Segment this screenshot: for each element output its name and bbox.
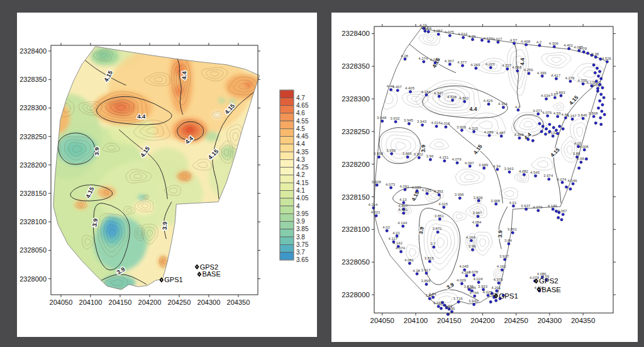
data-point	[495, 299, 497, 302]
data-point-label: 4.269	[470, 63, 480, 67]
data-point	[572, 183, 574, 185]
colorbar-label: 4.35	[296, 149, 309, 156]
data-point	[437, 33, 440, 35]
data-point-label: 4.405	[405, 86, 415, 90]
data-point	[423, 60, 425, 63]
colorbar-label: 4.1	[296, 187, 305, 194]
x-axis-tick-label: 204150	[437, 317, 461, 324]
data-point	[386, 229, 388, 232]
data-point-label: 4.289	[484, 130, 494, 134]
data-point	[469, 165, 471, 168]
contour-label: 4.4	[180, 71, 187, 79]
data-point	[541, 75, 543, 77]
data-point-label: 3.851	[435, 214, 445, 218]
colorbar-label: 4	[296, 203, 300, 210]
x-axis-tick-label: 204150	[109, 299, 132, 306]
data-point	[390, 186, 392, 189]
data-point-label: 3.943	[504, 167, 514, 171]
data-point-label: 4.628	[447, 95, 457, 99]
colorbar-cell	[280, 121, 294, 128]
data-point	[583, 149, 586, 151]
data-point-label: 3.895	[421, 279, 431, 283]
data-point-label: 4.073	[386, 183, 396, 186]
colorbar-label: 4.5	[296, 125, 305, 132]
data-point	[416, 273, 418, 275]
y-axis-tick-label: 2328300	[19, 104, 47, 111]
data-point	[599, 100, 601, 102]
contour-label: 4.4	[470, 106, 477, 112]
data-point	[445, 126, 447, 128]
data-point	[592, 115, 595, 118]
data-point	[408, 262, 411, 265]
data-point-label: 3.868	[589, 111, 599, 115]
data-point	[548, 123, 551, 125]
data-point	[457, 300, 460, 303]
data-point-label: 4.215	[469, 127, 479, 130]
colorbar-label: 3.7	[296, 249, 305, 256]
data-point-label: 3.942	[469, 299, 479, 303]
data-point	[475, 67, 477, 69]
data-point-label: 3.917	[421, 268, 431, 272]
colorbar-cell	[280, 90, 294, 98]
post-map-chart: 4.154.44.44.44.154.154.153.94.153.93.93.…	[331, 13, 638, 342]
colorbar-cell	[280, 237, 294, 244]
field-blob	[46, 102, 70, 134]
contour-label: 3.9	[497, 230, 503, 237]
data-point	[489, 300, 492, 303]
data-point-label: 4.01	[392, 231, 400, 235]
data-point-label: 4.526	[602, 57, 612, 60]
field-blob	[177, 171, 192, 182]
data-point-label: 3.968	[491, 199, 501, 203]
data-point	[601, 86, 604, 89]
data-point	[474, 295, 476, 297]
data-point-label: 3.846	[578, 113, 588, 117]
data-point	[523, 173, 525, 176]
colorbar-label: 4.6	[296, 110, 305, 117]
data-point	[508, 242, 510, 245]
data-point-label: 4.015	[438, 202, 448, 206]
data-point-label: 4.078	[469, 270, 479, 274]
data-point-label: 4.081	[404, 258, 414, 262]
contour-line	[379, 128, 421, 164]
data-point	[517, 109, 519, 111]
data-point	[553, 45, 555, 48]
data-point	[465, 275, 468, 277]
contour-label: 3.9	[93, 147, 100, 156]
data-point-label: 3.801	[508, 227, 518, 231]
data-point	[473, 303, 475, 305]
data-point	[531, 139, 534, 142]
data-point-label: 4.306	[549, 42, 559, 45]
data-point-label: 3.946	[467, 286, 477, 290]
data-point	[506, 67, 509, 70]
x-axis-tick-label: 204250	[168, 299, 191, 306]
data-point	[497, 41, 499, 43]
data-point-label: 4.162	[497, 265, 507, 268]
data-point-label: 4.2	[536, 40, 542, 44]
data-point	[421, 123, 424, 126]
data-point	[512, 205, 514, 207]
data-point-label: 4.167	[567, 114, 577, 118]
data-point-label: 4.353	[434, 190, 444, 193]
data-point	[562, 213, 564, 215]
data-point	[595, 80, 597, 82]
data-point-label: 3.917	[499, 254, 509, 258]
data-point	[525, 208, 528, 210]
data-point-label: 3.943	[417, 120, 427, 123]
colorbar-label: 4.15	[296, 179, 309, 186]
data-point	[426, 192, 428, 195]
data-point	[477, 200, 480, 202]
data-point	[487, 294, 489, 297]
y-axis-tick-label: 2328250	[19, 133, 47, 140]
data-point	[528, 72, 530, 75]
data-point	[428, 260, 431, 263]
data-point	[461, 64, 464, 67]
data-point-label: 3.746	[433, 301, 443, 305]
colorbar: 4.74.654.64.554.54.454.44.354.34.254.24.…	[280, 90, 309, 263]
colorbar-cell	[280, 198, 294, 206]
contour-label: 3.9	[420, 145, 426, 152]
data-point-label: 4.085	[412, 186, 422, 190]
diamond-center-dot	[538, 289, 540, 290]
gps-label: GPS2	[200, 263, 218, 271]
diamond-center-dot	[161, 280, 162, 281]
contour-label: 3.9	[91, 218, 99, 227]
